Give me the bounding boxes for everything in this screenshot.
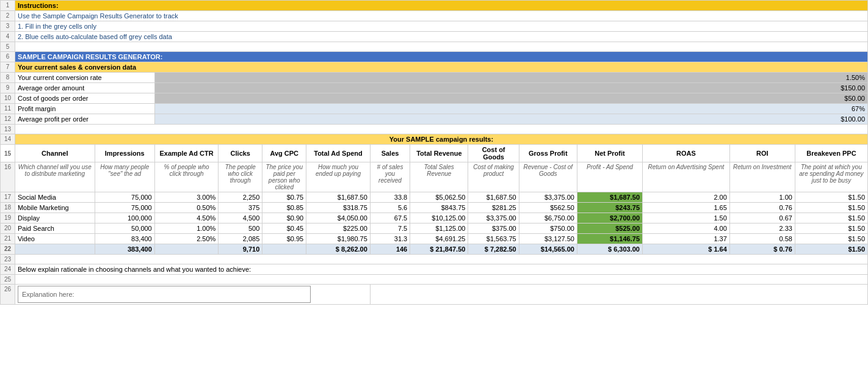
cell-roas-0: 2.00 xyxy=(643,192,730,203)
conversion-rate-label: Your current conversion rate xyxy=(15,73,154,83)
cell-grossprofit-3: $750.00 xyxy=(519,224,577,234)
campaign-results-title: Your SAMPLE campaign results: xyxy=(15,134,867,145)
cell-grossprofit-1: $562.50 xyxy=(519,203,577,213)
col-header-roi: ROI xyxy=(729,145,795,162)
row-18: 18 Mobile Marketing 75,000 0.50% 375 $0.… xyxy=(1,203,868,213)
cell-revenue-1: $843.75 xyxy=(410,203,468,213)
row-num-1: 1 xyxy=(1,1,15,11)
cell-channel-4: Video xyxy=(15,234,95,244)
cell-cpc-4: $0.95 xyxy=(262,234,306,244)
cell-sales-4: 31.3 xyxy=(370,234,410,244)
cell-ctr-0: 3.00% xyxy=(154,192,219,203)
cell-roi-1: 0.76 xyxy=(729,203,795,213)
cell-cpc-0: $0.75 xyxy=(262,192,306,203)
cell-sales-1: 5.6 xyxy=(370,203,410,213)
cell-adspend-2: $4,050.00 xyxy=(306,213,371,224)
cell-netprofit-0: $1,687.50 xyxy=(577,192,642,203)
cell-breakeven-0: $1.50 xyxy=(795,192,867,203)
totals-grossprofit: $14,565.00 xyxy=(519,244,577,255)
cell-adspend-4: $1,980.75 xyxy=(306,234,371,244)
row-6: 6 SAMPLE CAMPAIGN RESULTS GENERATOR: xyxy=(1,52,868,62)
row-num-5: 5 xyxy=(1,42,15,52)
cell-cogs-3: $375.00 xyxy=(468,224,519,234)
avg-order-label: Average order amount xyxy=(15,83,154,93)
cell-roas-1: 1.65 xyxy=(643,203,730,213)
totals-adspend: $ 8,262.00 xyxy=(306,244,371,255)
col-header-grossprofit: Gross Profit xyxy=(519,145,577,162)
cell-cogs-4: $1,563.75 xyxy=(468,234,519,244)
instructions-header: Instructions: xyxy=(15,1,867,11)
col-header-roas: ROAS xyxy=(643,145,730,162)
cell-clicks-0: 2,250 xyxy=(219,192,262,203)
row-12: 12 Average profit per order $100.00 xyxy=(1,114,868,125)
row-15-headers: 15 Channel Impressions Example Ad CTR Cl… xyxy=(1,145,868,162)
cell-impressions-3: 50,000 xyxy=(95,224,154,234)
row-25: 25 xyxy=(1,275,868,285)
row-num-2: 2 xyxy=(1,11,15,21)
col-header-sales: Sales xyxy=(370,145,410,162)
cell-impressions-4: 83,400 xyxy=(95,234,154,244)
row-26: 26 Explanation here: xyxy=(1,285,868,305)
row-11: 11 Profit margin 67% xyxy=(1,104,868,114)
row-num-26: 26 xyxy=(1,285,15,305)
cell-cogs-1: $281.25 xyxy=(468,203,519,213)
empty-row-5 xyxy=(15,42,867,52)
cell-revenue-4: $4,691.25 xyxy=(410,234,468,244)
col-header-impressions: Impressions xyxy=(95,145,154,162)
col-header-ctr: Example Ad CTR xyxy=(154,145,219,162)
row-14: 14 Your SAMPLE campaign results: xyxy=(1,134,868,145)
col-header-cpc: Avg CPC xyxy=(262,145,306,162)
cell-cogs-2: $3,375.00 xyxy=(468,213,519,224)
desc-cogs: Cost of making product xyxy=(468,162,519,192)
cell-impressions-0: 75,000 xyxy=(95,192,154,203)
row-num-14: 14 xyxy=(1,134,15,145)
totals-breakeven: $1.50 xyxy=(795,244,867,255)
row-num-20: 20 xyxy=(1,224,15,234)
row-10: 10 Cost of goods per order $50.00 xyxy=(1,93,868,104)
row-num-6: 6 xyxy=(1,52,15,62)
cell-roas-4: 1.37 xyxy=(643,234,730,244)
row-num-8: 8 xyxy=(1,73,15,83)
instructions-line2: 1. Fill in the grey cells only xyxy=(15,21,867,32)
row-num-17: 17 xyxy=(1,192,15,203)
desc-roi: Return on Investment xyxy=(729,162,795,192)
cell-impressions-2: 100,000 xyxy=(95,213,154,224)
row-num-9: 9 xyxy=(1,83,15,93)
explanation-box[interactable]: Explanation here: xyxy=(18,286,311,303)
row-23: 23 xyxy=(1,255,868,264)
row-13: 13 xyxy=(1,125,868,134)
instructions-line1: Use the Sample Campaign Results Generato… xyxy=(15,11,867,21)
totals-netprofit: $ 6,303.00 xyxy=(577,244,642,255)
desc-impressions: How many people "see" the ad xyxy=(95,162,154,192)
empty-row-25 xyxy=(15,275,867,285)
cell-cpc-2: $0.90 xyxy=(262,213,306,224)
cell-breakeven-4: $1.50 xyxy=(795,234,867,244)
conversion-rate-value[interactable]: 1.50% xyxy=(154,73,867,83)
generator-title: SAMPLE CAMPAIGN RESULTS GENERATOR: xyxy=(15,52,867,62)
cell-roas-2: 1.50 xyxy=(643,213,730,224)
cell-channel-1: Mobile Marketing xyxy=(15,203,95,213)
row-17: 17 Social Media 75,000 3.00% 2,250 $0.75… xyxy=(1,192,868,203)
totals-label xyxy=(15,244,95,255)
explanation-container: Explanation here: xyxy=(15,285,370,305)
cell-netprofit-2: $2,700.00 xyxy=(577,213,642,224)
col-header-clicks: Clicks xyxy=(219,145,262,162)
col-header-cogs: Cost of Goods xyxy=(468,145,519,162)
cell-clicks-4: 2,085 xyxy=(219,234,262,244)
row-8: 8 Your current conversion rate 1.50% xyxy=(1,73,868,83)
cell-breakeven-3: $1.50 xyxy=(795,224,867,234)
instructions-line3: 2. Blue cells auto-calculate based off g… xyxy=(15,32,867,42)
cog-value[interactable]: $50.00 xyxy=(154,93,867,104)
cell-ctr-4: 2.50% xyxy=(154,234,219,244)
empty-row-23 xyxy=(15,255,867,264)
row-num-21: 21 xyxy=(1,234,15,244)
row-num-15: 15 xyxy=(1,145,15,162)
desc-roas: Return on Advertising Spent xyxy=(643,162,730,192)
desc-sales: # of sales you received xyxy=(370,162,410,192)
cell-roi-3: 2.33 xyxy=(729,224,795,234)
totals-roas: $ 1.64 xyxy=(643,244,730,255)
avg-order-value[interactable]: $150.00 xyxy=(154,83,867,93)
cog-label: Cost of goods per order xyxy=(15,93,154,104)
empty-row-13 xyxy=(15,125,867,134)
row-19: 19 Display 100,000 4.50% 4,500 $0.90 $4,… xyxy=(1,213,868,224)
